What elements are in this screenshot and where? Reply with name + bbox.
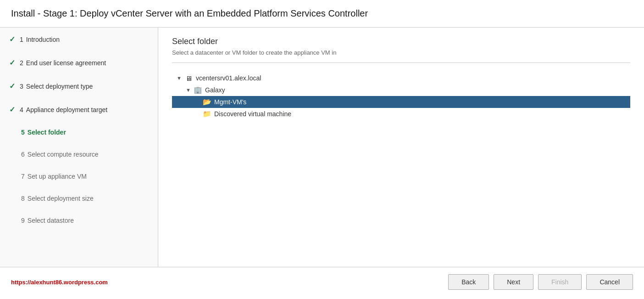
sidebar-item-deploy-target[interactable]: ✓4Appliance deployment target: [0, 98, 158, 121]
check-icon: ✓: [9, 82, 15, 90]
cancel-button[interactable]: Cancel: [586, 274, 633, 290]
sidebar-item-deployment-type[interactable]: ✓3Select deployment type: [0, 74, 158, 98]
step-number: 8: [21, 195, 25, 202]
step-number: 5: [21, 129, 25, 136]
tree-toggle: ▼: [186, 87, 192, 93]
sidebar-item-datastore[interactable]: 9Select datastore: [0, 209, 158, 231]
check-icon: ✓: [9, 35, 15, 44]
back-button[interactable]: Back: [448, 274, 489, 290]
tree-item-mgmt-vms[interactable]: 📂Mgmt-VM's: [172, 96, 630, 108]
step-label: Select deployment size: [28, 195, 94, 202]
step-label: Select deployment type: [26, 83, 93, 90]
title-bar: Install - Stage 1: Deploy vCenter Server…: [0, 0, 644, 28]
step-number: 4: [20, 106, 23, 113]
tree-item-discovered[interactable]: 📁Discovered virtual machine: [172, 108, 630, 120]
tree-item-galaxy[interactable]: ▼🏢Galaxy: [172, 84, 630, 96]
folder-open-icon: 📂: [202, 98, 211, 106]
sidebar-item-eula[interactable]: ✓2End user license agreement: [0, 51, 158, 74]
tree-label: Galaxy: [205, 86, 225, 94]
step-label: Appliance deployment target: [26, 106, 107, 113]
sidebar-item-compute-resource[interactable]: 6Select compute resource: [0, 143, 158, 165]
content-area: Select folder Select a datacenter or VM …: [158, 28, 644, 267]
tree-label: Mgmt-VM's: [214, 98, 246, 106]
tree-label: Discovered virtual machine: [214, 110, 291, 118]
step-label: Set up appliance VM: [28, 173, 87, 180]
step-number: 2: [20, 59, 23, 67]
footer-link[interactable]: https://alexhunt86.wordpress.com: [11, 279, 108, 286]
folder-tree: ▼🖥vcentersrv01.alex.local▼🏢Galaxy📂Mgmt-V…: [172, 72, 630, 120]
folder-icon: 📁: [202, 110, 211, 118]
next-button[interactable]: Next: [494, 274, 533, 290]
step-number: 1: [20, 36, 23, 43]
step-label: Introduction: [26, 36, 60, 43]
step-label: Select compute resource: [28, 151, 99, 158]
step-label: Select folder: [28, 129, 66, 136]
step-number: 6: [21, 151, 25, 158]
window-title: Install - Stage 1: Deploy vCenter Server…: [11, 8, 368, 18]
datacenter-icon: 🏢: [193, 86, 202, 94]
step-number: 3: [20, 83, 23, 90]
step-number: 7: [21, 173, 25, 180]
step-number: 9: [21, 217, 25, 224]
sidebar-item-select-folder[interactable]: 5Select folder: [0, 121, 158, 143]
sidebar-item-intro[interactable]: ✓1Introduction: [0, 28, 158, 51]
content-subtitle: Select a datacenter or VM folder to crea…: [172, 49, 630, 63]
finish-button[interactable]: Finish: [538, 274, 582, 290]
check-icon: ✓: [9, 58, 15, 67]
server-icon: 🖥: [184, 74, 193, 82]
step-label: Select datastore: [28, 217, 74, 224]
tree-item-vcenter[interactable]: ▼🖥vcentersrv01.alex.local: [172, 72, 630, 84]
sidebar-item-deploy-size[interactable]: 8Select deployment size: [0, 187, 158, 209]
content-title: Select folder: [172, 37, 630, 46]
tree-toggle: ▼: [177, 75, 183, 81]
sidebar-item-setup-vm[interactable]: 7Set up appliance VM: [0, 165, 158, 187]
sidebar: ✓1Introduction✓2End user license agreeme…: [0, 28, 158, 267]
tree-label: vcentersrv01.alex.local: [196, 74, 261, 82]
step-label: End user license agreement: [26, 59, 106, 67]
check-icon: ✓: [9, 105, 15, 114]
